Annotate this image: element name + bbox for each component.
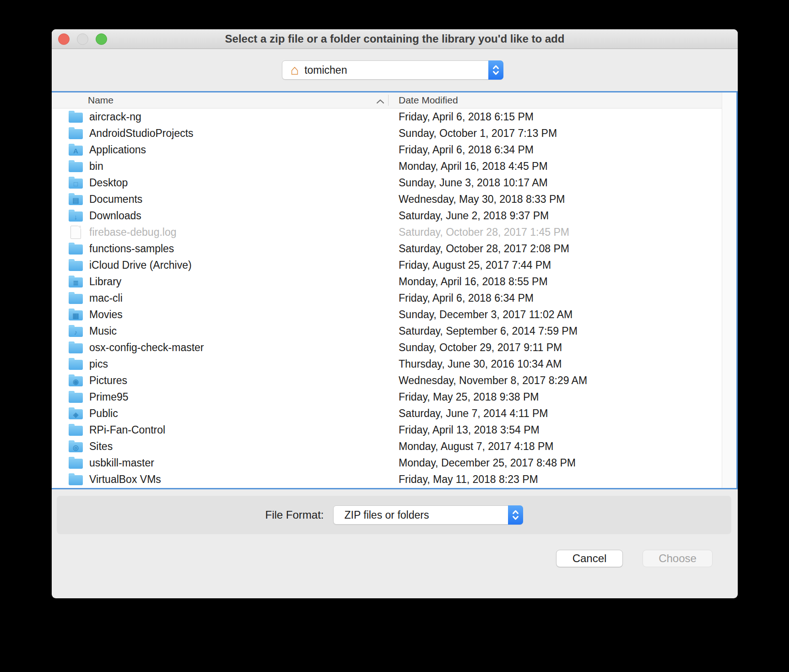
scrollbar-track[interactable] [722, 92, 736, 488]
window-title: Select a zip file or a folder containing… [225, 33, 565, 45]
file-name: mac-cli [89, 292, 123, 304]
file-row[interactable]: aircrack-ng Friday, April 6, 2018 6:15 P… [52, 108, 736, 125]
file-date: Monday, April 16, 2018 4:45 PM [399, 160, 548, 172]
file-name: functions-samples [89, 243, 174, 255]
file-row[interactable]: mac-cli Friday, April 6, 2018 6:34 PM [52, 290, 736, 306]
file-date: Wednesday, November 8, 2017 8:29 AM [399, 374, 587, 386]
file-name: VirtualBox VMs [89, 473, 161, 486]
file-date: Friday, August 25, 2017 7:44 PM [399, 259, 551, 271]
file-date: Saturday, June 7, 2014 4:11 PM [399, 407, 548, 419]
file-name: Prime95 [89, 391, 129, 403]
file-name: Pictures [89, 374, 127, 387]
file-row[interactable]: iCloud Drive (Archive) Friday, August 25… [52, 257, 736, 273]
file-row[interactable]: RPi-Fan-Control Friday, April 13, 2018 3… [52, 422, 736, 438]
file-row[interactable]: AndroidStudioProjects Sunday, October 1,… [52, 125, 736, 141]
minimize-button [77, 33, 88, 45]
file-row[interactable]: ◎ Sites Monday, August 7, 2017 4:18 PM [52, 438, 736, 455]
file-name: RPi-Fan-Control [89, 424, 165, 436]
file-date: Friday, May 11, 2018 8:23 PM [399, 473, 538, 485]
up-down-chevrons-icon [492, 64, 499, 76]
column-header-date-modified[interactable]: Date Modified [399, 95, 458, 106]
file-name: Sites [89, 440, 113, 453]
file-row[interactable]: usbkill-master Monday, December 25, 2017… [52, 455, 736, 471]
file-name: Downloads [89, 210, 141, 222]
file-date: Saturday, October 28, 2017 2:08 PM [399, 243, 569, 255]
file-name: Public [89, 407, 118, 420]
file-row[interactable]: ◉ Pictures Wednesday, November 8, 2017 8… [52, 372, 736, 389]
file-name: Music [89, 325, 117, 337]
file-row[interactable]: bin Monday, April 16, 2018 4:45 PM [52, 158, 736, 174]
file-name: pics [89, 358, 108, 370]
column-header-name[interactable]: Name [88, 95, 113, 106]
file-row[interactable]: VirtualBox VMs Friday, May 11, 2018 8:23… [52, 471, 736, 488]
file-list-rows: aircrack-ng Friday, April 6, 2018 6:15 P… [52, 108, 736, 488]
file-format-select[interactable]: ZIP files or folders [333, 505, 523, 525]
file-name: Library [89, 276, 121, 288]
file-name: aircrack-ng [89, 111, 141, 123]
file-date: Friday, April 6, 2018 6:15 PM [399, 111, 534, 123]
file-date: Monday, April 16, 2018 8:55 PM [399, 276, 548, 287]
file-format-value: ZIP files or folders [345, 509, 429, 521]
file-row: firebase-debug.log Saturday, October 28,… [52, 224, 736, 240]
file-list-header: Name Date Modified [52, 92, 736, 108]
file-format-label: File Format: [265, 509, 324, 521]
file-row[interactable]: ▤ Documents Wednesday, May 30, 2018 8:33… [52, 191, 736, 207]
file-name: osx-config-check-master [89, 341, 204, 354]
file-date: Friday, April 6, 2018 6:34 PM [399, 144, 534, 156]
file-date: Monday, December 25, 2017 8:48 PM [399, 457, 576, 469]
file-date: Saturday, September 6, 2014 7:59 PM [399, 325, 578, 337]
file-date: Sunday, December 3, 2017 11:02 AM [399, 309, 573, 320]
file-row[interactable]: ▦ Movies Sunday, December 3, 2017 11:02 … [52, 306, 736, 323]
up-down-chevrons-icon [512, 509, 519, 521]
file-name: Desktop [89, 177, 128, 189]
file-list: Name Date Modified aircrack-ng Friday, A… [52, 91, 738, 489]
file-row[interactable]: A Applications Friday, April 6, 2018 6:3… [52, 141, 736, 158]
file-name: bin [89, 160, 103, 173]
file-name: usbkill-master [89, 457, 154, 469]
file-row[interactable]: ↓ Downloads Saturday, June 2, 2018 9:37 … [52, 207, 736, 224]
file-row[interactable]: □ Desktop Sunday, June 3, 2018 10:17 AM [52, 174, 736, 191]
file-row[interactable]: ◈ Public Saturday, June 7, 2014 4:11 PM [52, 405, 736, 422]
file-date: Wednesday, May 30, 2018 8:33 PM [399, 193, 565, 205]
file-format-stepper[interactable] [508, 505, 523, 525]
file-name: Documents [89, 193, 142, 206]
file-date: Sunday, October 1, 2017 7:13 PM [399, 127, 557, 139]
file-name: firebase-debug.log [89, 226, 177, 238]
titlebar: Select a zip file or a folder containing… [52, 29, 738, 49]
file-row[interactable]: Prime95 Friday, May 25, 2018 9:38 PM [52, 389, 736, 405]
location-stepper[interactable] [488, 60, 503, 80]
toolbar: ⌂ tomichen [52, 49, 738, 91]
choose-button: Choose [643, 550, 713, 567]
file-name: Movies [89, 309, 123, 321]
file-date: Saturday, June 2, 2018 9:37 PM [399, 210, 549, 222]
file-name: iCloud Drive (Archive) [89, 259, 192, 271]
file-name: AndroidStudioProjects [89, 127, 194, 140]
file-date: Sunday, June 3, 2018 10:17 AM [399, 177, 548, 189]
file-date: Monday, August 7, 2017 4:18 PM [399, 440, 553, 452]
cancel-button[interactable]: Cancel [556, 550, 623, 567]
sort-ascending-icon [376, 96, 385, 107]
close-button[interactable] [58, 33, 70, 45]
zoom-button[interactable] [96, 33, 107, 45]
file-row[interactable]: pics Thursday, June 30, 2016 10:34 AM [52, 356, 736, 372]
file-row[interactable]: ♪ Music Saturday, September 6, 2014 7:59… [52, 323, 736, 339]
file-row[interactable]: functions-samples Saturday, October 28, … [52, 240, 736, 257]
file-date: Friday, April 13, 2018 3:54 PM [399, 424, 540, 436]
file-date: Thursday, June 30, 2016 10:34 AM [399, 358, 562, 370]
home-icon: ⌂ [291, 63, 299, 77]
file-picker-dialog: Select a zip file or a folder containing… [52, 29, 738, 598]
file-row[interactable]: ≣ Library Monday, April 16, 2018 8:55 PM [52, 273, 736, 290]
file-date: Saturday, October 28, 2017 1:45 PM [399, 226, 569, 238]
file-row[interactable]: osx-config-check-master Sunday, October … [52, 339, 736, 356]
file-format-panel: File Format: ZIP files or folders [57, 496, 731, 534]
file-name: Applications [89, 144, 146, 156]
file-date: Friday, April 6, 2018 6:34 PM [399, 292, 534, 304]
column-divider [388, 95, 389, 106]
file-date: Sunday, October 29, 2017 9:11 PM [399, 341, 562, 353]
file-date: Friday, May 25, 2018 9:38 PM [399, 391, 539, 403]
traffic-lights [58, 29, 107, 49]
location-select[interactable]: ⌂ tomichen [282, 60, 503, 80]
location-value: tomichen [304, 64, 347, 76]
